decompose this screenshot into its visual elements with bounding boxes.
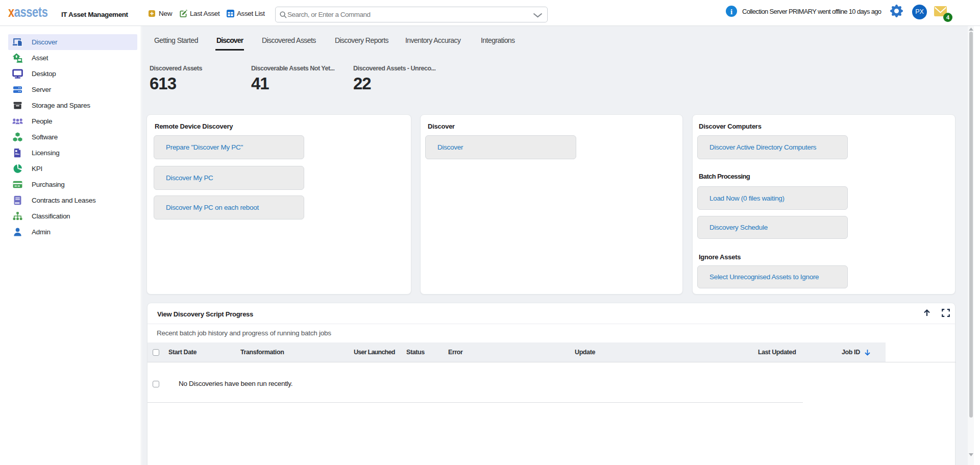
svg-text:i: i bbox=[730, 8, 732, 16]
